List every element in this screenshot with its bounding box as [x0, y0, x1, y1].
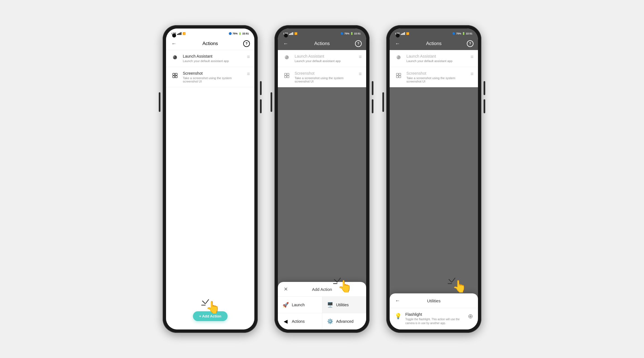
- util-add-btn-3[interactable]: ⊕: [467, 312, 473, 321]
- phones-container: LTE 📶 🔵 75% 🔋 22:51: [0, 25, 644, 333]
- action-desc-screenshot-1: Take a screenshot using the system scree…: [183, 76, 245, 83]
- svg-rect-15: [285, 76, 287, 78]
- svg-rect-16: [287, 76, 289, 78]
- app-bar-title-3: Actions: [401, 41, 467, 46]
- action-text-assistant-2: Launch Assistant Launch your default ass…: [295, 54, 356, 63]
- svg-point-2: [176, 58, 177, 59]
- sheet-item-launch-2[interactable]: 🚀 Launch: [278, 297, 322, 313]
- actions-label-2: Actions: [292, 319, 305, 324]
- camera-hole-3: [396, 34, 400, 37]
- battery-2: 🔋: [350, 32, 353, 35]
- action-text-assistant-3: Launch Assistant Launch your default ass…: [406, 54, 468, 63]
- action-icon-screenshot-3: [394, 71, 403, 80]
- drag-handle-screenshot-3: ≡: [468, 71, 473, 77]
- battery-3: 🔋: [462, 32, 465, 35]
- action-title-assistant-1: Launch Assistant: [183, 54, 245, 58]
- drag-handle-assistant-1[interactable]: ≡: [245, 54, 250, 60]
- signal-bar-2: [178, 33, 179, 35]
- time-3: 22:51: [466, 32, 472, 35]
- screen-content-2: Launch Assistant Launch your default ass…: [278, 50, 366, 329]
- svg-rect-23: [396, 73, 398, 75]
- action-item-assistant-3: Launch Assistant Launch your default ass…: [390, 50, 478, 67]
- bottom-sheet-2: ✕ Add Action 🚀 Launch: [278, 282, 366, 329]
- signal-bar-4: [181, 32, 181, 35]
- wifi-2: 📶: [294, 32, 297, 35]
- phone-3-wrapper: LTE 📶 🔵 75% 🔋 22:51: [386, 25, 481, 333]
- hand-cursor-3: 👆: [452, 279, 467, 293]
- back-arrow-3: ←: [395, 41, 400, 47]
- battery-icon-1: 🔋: [238, 32, 242, 35]
- action-title-assistant-2: Launch Assistant: [295, 54, 356, 58]
- utilities-title-3: Utilities: [401, 298, 467, 303]
- action-title-assistant-3: Launch Assistant: [406, 54, 468, 58]
- action-item-screenshot-2: Screenshot Take a screenshot using the s…: [278, 67, 366, 87]
- action-icon-assistant-2: [282, 54, 291, 63]
- signal-bar-1: [177, 34, 178, 35]
- battery-pct-1: 75%: [233, 32, 238, 35]
- action-title-screenshot-3: Screenshot: [406, 71, 468, 76]
- svg-point-11: [285, 56, 287, 58]
- screen-content-1: Launch Assistant Launch your default ass…: [166, 50, 254, 329]
- status-bar-3: LTE 📶 🔵 75% 🔋 22:51: [390, 29, 478, 37]
- utilities-header-3: ← Utilities: [390, 293, 478, 308]
- svg-rect-4: [175, 73, 177, 75]
- svg-line-27: [452, 278, 455, 282]
- svg-rect-5: [173, 76, 175, 78]
- util-item-desc-3: Toggle the flashlight. This action will …: [405, 317, 464, 325]
- phone-1-screen: LTE 📶 🔵 75% 🔋 22:51: [166, 29, 254, 329]
- util-item-flashlight-3[interactable]: 💡 Flashlight Toggle the flashlight. This…: [390, 308, 478, 329]
- time-1: 22:51: [242, 32, 249, 35]
- action-icon-screenshot-2: [282, 71, 291, 80]
- drag-handle-screenshot-2: ≡: [356, 71, 362, 77]
- svg-rect-24: [399, 73, 401, 75]
- utilities-back-btn-3[interactable]: ←: [394, 297, 401, 304]
- help-button-3[interactable]: ?: [467, 40, 473, 47]
- close-sheet-btn-2[interactable]: ✕: [282, 286, 289, 293]
- back-button-3[interactable]: ←: [394, 40, 401, 47]
- wifi-3: 📶: [406, 32, 409, 35]
- svg-rect-14: [287, 73, 289, 75]
- svg-line-17: [338, 278, 340, 282]
- sheet-item-advanced-2[interactable]: ⚙️ Advanced: [322, 313, 366, 329]
- wifi-icon-1: 📶: [183, 32, 186, 35]
- action-item-screenshot-3: Screenshot Take a screenshot using the s…: [390, 67, 478, 87]
- bluetooth-3: 🔵: [452, 32, 455, 35]
- dark-area-2: [278, 87, 366, 171]
- signal-bars-1: [177, 32, 181, 35]
- svg-point-12: [287, 58, 288, 59]
- signal-bar-3-2: [402, 33, 403, 35]
- sheet-grid-2: 🚀 Launch 🖥️ Utilities ◀ Acti: [278, 297, 366, 329]
- actions-icon-2: ◀: [282, 318, 289, 324]
- svg-point-22: [399, 58, 400, 59]
- phone-2: LTE 📶 🔵 75% 🔋 22:51: [274, 25, 370, 333]
- sheet-item-utilities-2[interactable]: 🖥️ Utilities: [322, 297, 366, 313]
- back-button-2[interactable]: ←: [282, 40, 289, 47]
- flashlight-icon-3: 💡: [394, 312, 402, 319]
- svg-rect-6: [175, 76, 177, 78]
- phone-2-wrapper: LTE 📶 🔵 75% 🔋 22:51: [274, 25, 370, 333]
- sheet-item-actions-2[interactable]: ◀ Actions: [278, 313, 322, 329]
- action-icon-screenshot-1: [171, 71, 179, 80]
- action-item-launch-assistant-1[interactable]: Launch Assistant Launch your default ass…: [166, 50, 254, 67]
- phone-1: LTE 📶 🔵 75% 🔋 22:51: [163, 25, 258, 333]
- action-item-screenshot-1[interactable]: Screenshot Take a screenshot using the s…: [166, 67, 254, 87]
- drag-handle-screenshot-1[interactable]: ≡: [245, 71, 250, 77]
- action-text-screenshot-2: Screenshot Take a screenshot using the s…: [295, 71, 356, 83]
- app-bar-3: ← Actions ?: [390, 37, 478, 50]
- svg-point-21: [397, 56, 398, 58]
- action-title-screenshot-1: Screenshot: [183, 71, 245, 76]
- advanced-label-2: Advanced: [336, 319, 354, 324]
- utilities-icon-2: 🖥️: [327, 302, 333, 308]
- app-bar-2: ← Actions ?: [278, 37, 366, 50]
- add-action-fab-1[interactable]: + Add Action: [193, 311, 228, 321]
- advanced-icon-2: ⚙️: [327, 318, 333, 324]
- phone-3: LTE 📶 🔵 75% 🔋 22:51: [386, 25, 481, 333]
- launch-icon-2: 🚀: [282, 302, 289, 308]
- back-button-1[interactable]: ←: [171, 40, 177, 47]
- svg-line-29: [449, 279, 452, 282]
- help-button-2[interactable]: ?: [355, 40, 362, 47]
- signal-bar-2-3: [291, 33, 292, 35]
- action-text-screenshot-1: Screenshot Take a screenshot using the s…: [183, 71, 245, 83]
- help-button-1[interactable]: ?: [243, 40, 250, 47]
- action-desc-screenshot-3: Take a screenshot using the system scree…: [406, 76, 468, 83]
